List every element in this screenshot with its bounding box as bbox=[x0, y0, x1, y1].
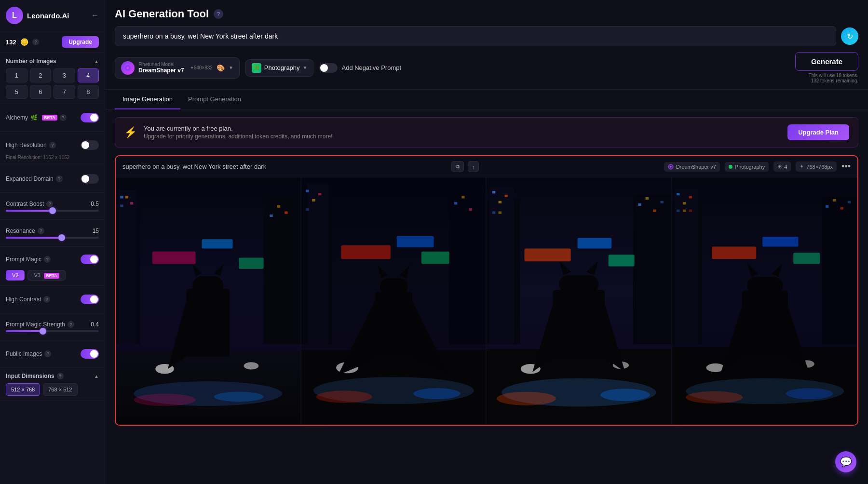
input-dims-section: Input Dimensions ? ▲ 512 × 768 768 × 512 bbox=[0, 368, 105, 401]
svg-rect-33 bbox=[461, 196, 464, 198]
contrast-boost-track[interactable] bbox=[6, 210, 99, 212]
num-images-chevron[interactable]: ▲ bbox=[94, 59, 99, 64]
num-btn-4[interactable]: 4 bbox=[78, 68, 99, 82]
model-info: Finetuned Model DreamShaper v7 bbox=[138, 62, 184, 74]
high-contrast-help-icon[interactable]: ? bbox=[43, 296, 50, 303]
high-contrast-toggle[interactable] bbox=[81, 295, 99, 304]
upload-button[interactable]: ↑ bbox=[468, 161, 479, 172]
copy-prompt-button[interactable]: ⧉ bbox=[451, 161, 464, 172]
contrast-boost-help-icon[interactable]: ? bbox=[46, 201, 53, 207]
svg-rect-14 bbox=[202, 239, 232, 248]
tab-prompt-generation[interactable]: Prompt Generation bbox=[180, 90, 249, 109]
svg-rect-4 bbox=[118, 190, 136, 344]
alchemy-toggle[interactable] bbox=[81, 113, 99, 122]
dims-meta-tag: ✦ 768×768px bbox=[796, 161, 837, 172]
pm-strength-track[interactable] bbox=[6, 330, 99, 332]
num-btn-7[interactable]: 7 bbox=[54, 85, 75, 99]
model-selector[interactable]: Finetuned Model DreamShaper v7 ✦640×832 … bbox=[115, 57, 240, 79]
svg-rect-68 bbox=[553, 290, 605, 356]
resonance-help-icon[interactable]: ? bbox=[38, 228, 44, 234]
neg-toggle-switch[interactable] bbox=[319, 63, 338, 73]
high-contrast-label: High Contrast ? bbox=[6, 296, 50, 303]
svg-rect-48 bbox=[489, 187, 514, 344]
style-meta-dot bbox=[729, 165, 732, 169]
contrast-boost-thumb[interactable] bbox=[49, 207, 56, 214]
svg-rect-10 bbox=[270, 215, 272, 217]
svg-rect-69 bbox=[559, 275, 598, 293]
upgrade-plan-button[interactable]: Upgrade Plan bbox=[787, 124, 849, 140]
refresh-prompt-button[interactable]: ↻ bbox=[841, 27, 858, 45]
resonance-track[interactable] bbox=[6, 237, 99, 239]
more-options-button[interactable]: ••• bbox=[841, 161, 851, 172]
logo-area: L Leonardo.Ai bbox=[6, 7, 69, 24]
num-btn-3[interactable]: 3 bbox=[54, 68, 75, 82]
num-images-header: Number of Images ▲ bbox=[6, 58, 99, 65]
generate-button[interactable]: Generate bbox=[795, 52, 858, 71]
tab-image-generation[interactable]: Image Generation bbox=[115, 90, 180, 109]
title-info-icon[interactable]: ? bbox=[214, 9, 223, 19]
num-btn-8[interactable]: 8 bbox=[78, 85, 99, 99]
upgrade-button[interactable]: Upgrade bbox=[62, 36, 99, 48]
svg-rect-6 bbox=[125, 196, 128, 198]
resonance-value: 15 bbox=[93, 228, 99, 234]
generated-image-2[interactable] bbox=[301, 177, 487, 425]
logo-avatar: L bbox=[6, 7, 23, 24]
pm-strength-value: 0.4 bbox=[91, 321, 99, 328]
alchemy-help-icon[interactable]: ? bbox=[60, 114, 67, 121]
num-btn-5[interactable]: 5 bbox=[6, 85, 27, 99]
token-row: 132 🪙 ? Upgrade bbox=[0, 31, 105, 53]
pm-v2-button[interactable]: V2 bbox=[6, 270, 25, 281]
svg-rect-22 bbox=[186, 289, 230, 357]
num-btn-1[interactable]: 1 bbox=[6, 68, 27, 82]
pm-strength-thumb[interactable] bbox=[40, 328, 46, 335]
svg-rect-9 bbox=[264, 196, 300, 344]
resonance-thumb[interactable] bbox=[58, 234, 65, 241]
generate-section: Generate This will use 18 tokens. 132 to… bbox=[795, 52, 858, 83]
high-res-help-icon[interactable]: ? bbox=[49, 142, 56, 148]
generated-image-1[interactable] bbox=[116, 177, 301, 425]
token-help-icon[interactable]: ? bbox=[32, 39, 39, 45]
svg-rect-27 bbox=[306, 190, 309, 192]
svg-rect-15 bbox=[239, 258, 263, 269]
svg-point-89 bbox=[686, 391, 743, 403]
style-name: Photography bbox=[264, 64, 300, 71]
num-btn-6[interactable]: 6 bbox=[30, 85, 52, 99]
public-images-help-icon[interactable]: ? bbox=[44, 350, 51, 357]
alchemy-toggle-knob bbox=[90, 114, 98, 121]
prompt-input[interactable] bbox=[115, 26, 836, 46]
svg-rect-23 bbox=[192, 276, 223, 295]
chat-bubble-button[interactable]: 💬 bbox=[835, 451, 856, 472]
prompt-magic-toggle[interactable] bbox=[81, 255, 99, 264]
pm-strength-help-icon[interactable]: ? bbox=[68, 321, 74, 328]
negative-prompt-toggle[interactable]: Add Negative Prompt bbox=[319, 63, 401, 73]
prompt-magic-help-icon[interactable]: ? bbox=[44, 256, 51, 263]
svg-rect-54 bbox=[633, 195, 671, 344]
high-res-toggle[interactable] bbox=[81, 140, 99, 150]
back-button[interactable]: ← bbox=[91, 11, 99, 20]
dreamshaper-icon bbox=[668, 164, 674, 170]
high-contrast-row: High Contrast ? bbox=[6, 291, 99, 308]
svg-point-19 bbox=[214, 392, 264, 402]
expanded-domain-toggle-knob bbox=[81, 175, 89, 183]
alchemy-section: Alchemy 🌿 BETA ? bbox=[0, 104, 105, 132]
dim-btn-512x768[interactable]: 512 × 768 bbox=[6, 383, 40, 396]
svg-rect-26 bbox=[307, 184, 328, 344]
sidebar: L Leonardo.Ai ← 132 🪙 ? Upgrade Number o… bbox=[0, 0, 105, 484]
top-bar: AI Generation Tool ? ↻ Finetuned Model D… bbox=[105, 0, 868, 90]
svg-rect-11 bbox=[277, 205, 280, 208]
num-btn-2[interactable]: 2 bbox=[30, 68, 52, 82]
style-selector[interactable]: 🌿 Photography ▼ bbox=[245, 59, 314, 77]
generated-image-4[interactable] bbox=[672, 177, 858, 425]
input-dims-help-icon[interactable]: ? bbox=[57, 373, 64, 379]
banner-text: You are currently on a free plan. Upgrad… bbox=[144, 125, 781, 140]
svg-point-21 bbox=[244, 362, 259, 369]
input-dims-chevron[interactable]: ▲ bbox=[94, 374, 99, 379]
svg-rect-59 bbox=[524, 248, 570, 261]
pm-v3-button[interactable]: V3 BETA bbox=[27, 270, 65, 281]
expanded-domain-toggle[interactable] bbox=[81, 174, 99, 184]
public-images-toggle[interactable] bbox=[81, 349, 99, 359]
generated-image-3[interactable] bbox=[487, 177, 672, 425]
dim-btn-768x512[interactable]: 768 × 512 bbox=[43, 383, 77, 396]
expanded-domain-help-icon[interactable]: ? bbox=[56, 175, 63, 182]
model-dims: ✦640×832 bbox=[190, 65, 213, 70]
